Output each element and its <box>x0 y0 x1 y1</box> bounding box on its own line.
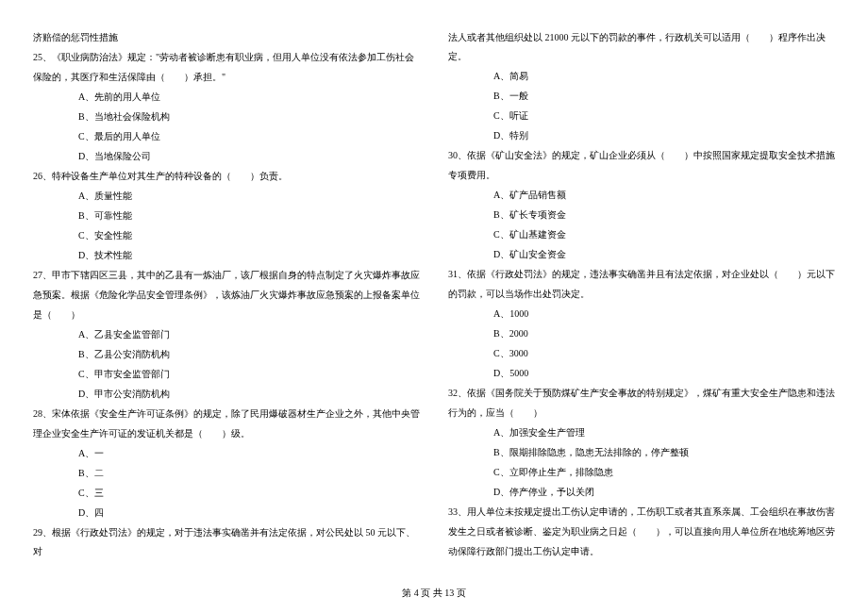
q30-option-b: B、矿长专项资金 <box>448 206 835 224</box>
q28-option-b: B、二 <box>33 464 420 483</box>
q26-option-d: D、技术性能 <box>33 246 420 265</box>
q31-option-b: B、2000 <box>448 324 835 343</box>
q26-option-c: C、安全性能 <box>33 226 420 245</box>
q30-option-d: D、矿山安全资金 <box>448 245 835 264</box>
q29-option-b: B、一般 <box>448 87 835 106</box>
q30-option-c: C、矿山基建资金 <box>448 225 835 244</box>
q27-option-c: C、甲市安全监管部门 <box>33 365 420 384</box>
q26-option-b: B、可靠性能 <box>33 207 420 225</box>
q31-option-a: A、1000 <box>448 305 835 323</box>
q27-option-a: A、乙县安全监管部门 <box>33 325 420 344</box>
q26-option-a: A、质量性能 <box>33 187 420 206</box>
q29-option-c: C、听证 <box>448 107 835 125</box>
q32-stem-line2: 行为的，应当（ ） <box>448 404 835 422</box>
continuation-line: 济赔偿的惩罚性措施 <box>33 28 420 47</box>
q29-stem: 29、根据《行政处罚法》的规定，对于违法事实确凿并有法定依据，对公民处以 50 … <box>33 523 420 561</box>
q29-option-a: A、简易 <box>448 67 835 86</box>
q31-option-d: D、5000 <box>448 364 835 383</box>
q28-stem-line1: 28、宋体依据《安全生产许可证条例》的规定，除了民用爆破器材生产企业之外，其他中… <box>33 405 420 423</box>
q33-stem-line3: 动保障行政部门提出工伤认定申请。 <box>448 542 835 561</box>
q32-option-a: A、加强安全生产管理 <box>448 423 835 442</box>
q25-stem-line1: 25、《职业病防治法》规定："劳动者被诊断患有职业病，但用人单位没有依法参加工伤… <box>33 48 420 67</box>
q25-option-a: A、先前的用人单位 <box>33 88 420 107</box>
q28-option-d: D、四 <box>33 504 420 522</box>
q26-stem: 26、特种设备生产单位对其生产的特种设备的（ ）负责。 <box>33 167 420 186</box>
q25-option-b: B、当地社会保险机构 <box>33 108 420 126</box>
q28-option-a: A、一 <box>33 444 420 463</box>
q29-option-d: D、特别 <box>448 126 835 145</box>
q31-option-c: C、3000 <box>448 344 835 363</box>
q30-stem-line1: 30、依据《矿山安全法》的规定，矿山企业必须从（ ）中按照国家规定提取安全技术措… <box>448 146 835 165</box>
q32-option-d: D、停产停业，予以关闭 <box>448 483 835 502</box>
q27-option-d: D、甲市公安消防机构 <box>33 385 420 404</box>
right-column: 法人或者其他组织处以 21000 元以下的罚款的事件，行政机关可以适用（ ）程序… <box>448 28 835 575</box>
q28-option-c: C、三 <box>33 484 420 503</box>
q25-stem-line2: 保险的，其医疗和生活保障由（ ）承担。" <box>33 68 420 87</box>
q30-stem-line2: 专项费用。 <box>448 166 835 185</box>
q33-stem-line1: 33、用人单位未按规定提出工伤认定申请的，工伤职工或者其直系亲属、工会组织在事故… <box>448 503 835 522</box>
q27-stem-line3: 是（ ） <box>33 306 420 324</box>
q32-stem-line1: 32、依据《国务院关于预防煤矿生产安全事故的特别规定》，煤矿有重大安全生产隐患和… <box>448 384 835 403</box>
q25-option-d: D、当地保险公司 <box>33 147 420 166</box>
q30-option-a: A、矿产品销售额 <box>448 186 835 205</box>
page-footer: 第 4 页 共 13 页 <box>0 587 868 600</box>
q27-stem-line1: 27、甲市下辖四区三县，其中的乙县有一炼油厂，该厂根据自身的特点制定了火灾爆炸事… <box>33 266 420 285</box>
q29-cont-stem: 法人或者其他组织处以 21000 元以下的罚款的事件，行政机关可以适用（ ）程序… <box>448 28 835 66</box>
q33-stem-line2: 发生之日或者被诊断、鉴定为职业病之日起（ ），可以直接向用人单位所在地统筹地区劳 <box>448 522 835 541</box>
left-column: 济赔偿的惩罚性措施 25、《职业病防治法》规定："劳动者被诊断患有职业病，但用人… <box>33 28 420 575</box>
q27-stem-line2: 急预案。根据《危险化学品安全管理条例》，该炼油厂火灾爆炸事故应急预案的上报备案单… <box>33 286 420 305</box>
q32-option-c: C、立即停止生产，排除隐患 <box>448 463 835 482</box>
page-container: 济赔偿的惩罚性措施 25、《职业病防治法》规定："劳动者被诊断患有职业病，但用人… <box>33 28 835 575</box>
q31-stem-line2: 的罚款，可以当场作出处罚决定。 <box>448 285 835 304</box>
q28-stem-line2: 理企业安全生产许可证的发证机关都是（ ）级。 <box>33 424 420 443</box>
q27-option-b: B、乙县公安消防机构 <box>33 345 420 364</box>
q31-stem-line1: 31、依据《行政处罚法》的规定，违法事实确凿并且有法定依据，对企业处以（ ）元以… <box>448 265 835 284</box>
q25-option-c: C、最后的用人单位 <box>33 127 420 146</box>
q32-option-b: B、限期排除隐患，隐患无法排除的，停产整顿 <box>448 443 835 462</box>
